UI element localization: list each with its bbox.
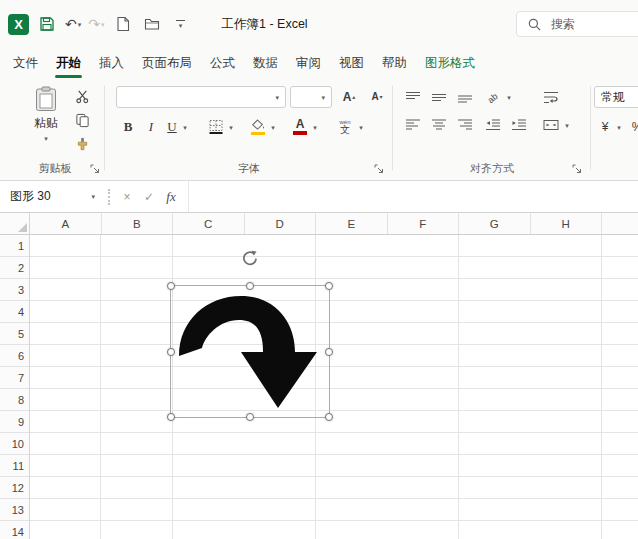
copy-button[interactable] [72, 110, 92, 130]
grow-font-button[interactable]: A▴ [336, 86, 362, 108]
align-left-button[interactable] [402, 114, 424, 136]
enter-icon[interactable]: ✓ [138, 190, 160, 204]
accounting-chevron-icon[interactable]: ▾ [614, 116, 624, 138]
cancel-icon[interactable]: × [116, 190, 138, 204]
tab-review[interactable]: 审阅 [287, 48, 330, 78]
align-middle-button[interactable] [428, 86, 450, 108]
increase-indent-button[interactable] [508, 114, 530, 136]
font-dialog-launcher-icon[interactable] [372, 162, 386, 176]
column-header-C[interactable]: C [173, 213, 245, 234]
column-header-E[interactable]: E [316, 213, 388, 234]
formula-input[interactable] [188, 181, 638, 212]
merge-center-chevron-icon[interactable]: ▾ [562, 114, 572, 136]
orientation-button[interactable]: ab [482, 86, 504, 108]
row-header-2[interactable]: 2 [0, 257, 29, 279]
number-format-combo[interactable]: 常规 ▾ [594, 86, 638, 108]
bold-button[interactable]: B [118, 116, 138, 138]
row-header-5[interactable]: 5 [0, 323, 29, 345]
orientation-chevron-icon[interactable]: ▾ [504, 86, 514, 108]
undo-chevron-icon[interactable]: ▾ [78, 21, 82, 28]
row-header-6[interactable]: 6 [0, 345, 29, 367]
shape-handle-top-left[interactable] [167, 282, 175, 290]
underline-button[interactable]: U [164, 116, 180, 138]
curved-arrow-shape[interactable] [171, 286, 331, 419]
save-icon[interactable] [36, 13, 58, 35]
font-name-combo[interactable]: ▾ [116, 86, 286, 108]
paste-button[interactable]: 粘贴 ▾ [22, 86, 70, 152]
undo-button[interactable]: ↶ ▾ [65, 17, 81, 31]
tab-file[interactable]: 文件 [4, 48, 47, 78]
row-header-7[interactable]: 7 [0, 367, 29, 389]
clipboard-dialog-launcher-icon[interactable] [88, 162, 102, 176]
tab-help[interactable]: 帮助 [373, 48, 416, 78]
wrap-text-button[interactable] [540, 86, 562, 108]
shape-handle-bottom-left[interactable] [167, 413, 175, 421]
shape-handle-middle-right[interactable] [325, 348, 333, 356]
merge-center-button[interactable] [540, 114, 562, 136]
accounting-format-button[interactable]: ¥ [596, 116, 614, 138]
open-folder-icon[interactable] [141, 13, 163, 35]
tab-shape-format[interactable]: 图形格式 [416, 48, 484, 78]
underline-chevron-icon[interactable]: ▾ [180, 116, 190, 138]
new-file-icon[interactable] [112, 13, 134, 35]
insert-function-icon[interactable]: fx [160, 189, 182, 205]
shape-selection[interactable] [170, 285, 330, 418]
row-header-1[interactable]: 1 [0, 235, 29, 257]
rotate-handle-icon[interactable] [241, 250, 259, 268]
shape-handle-middle-left[interactable] [167, 348, 175, 356]
customize-qat-icon[interactable]: ▾ [170, 13, 192, 35]
row-header-8[interactable]: 8 [0, 389, 29, 411]
formula-bar-gripper[interactable] [108, 189, 110, 205]
column-header-H[interactable]: H [531, 213, 603, 234]
shape-handle-bottom-right[interactable] [325, 413, 333, 421]
row-header-11[interactable]: 11 [0, 455, 29, 477]
italic-button[interactable]: I [142, 116, 160, 138]
name-box[interactable]: 图形 30 ▾ [0, 181, 102, 212]
borders-button[interactable] [206, 116, 226, 138]
phonetic-guide-button[interactable]: wén 文 [334, 116, 356, 138]
row-header-14[interactable]: 14 [0, 521, 29, 539]
tab-view[interactable]: 视图 [330, 48, 373, 78]
alignment-dialog-launcher-icon[interactable] [570, 162, 584, 176]
row-header-3[interactable]: 3 [0, 279, 29, 301]
shape-handle-top-center[interactable] [246, 282, 254, 290]
shrink-font-button[interactable]: A▾ [364, 86, 390, 108]
format-painter-button[interactable] [72, 134, 92, 154]
font-color-button[interactable]: A [290, 116, 310, 138]
column-header-B[interactable]: B [102, 213, 174, 234]
row-header-9[interactable]: 9 [0, 411, 29, 433]
tab-data[interactable]: 数据 [244, 48, 287, 78]
shape-handle-bottom-center[interactable] [246, 413, 254, 421]
row-header-4[interactable]: 4 [0, 301, 29, 323]
row-header-12[interactable]: 12 [0, 477, 29, 499]
column-header-G[interactable]: G [459, 213, 531, 234]
borders-chevron-icon[interactable]: ▾ [226, 116, 236, 138]
column-header-A[interactable]: A [30, 213, 102, 234]
row-header-10[interactable]: 10 [0, 433, 29, 455]
tab-formulas[interactable]: 公式 [201, 48, 244, 78]
tab-page-layout[interactable]: 页面布局 [133, 48, 201, 78]
align-bottom-button[interactable] [454, 86, 476, 108]
grid-cells[interactable] [30, 235, 638, 539]
shape-handle-top-right[interactable] [325, 282, 333, 290]
redo-button[interactable]: ↷ ▾ [88, 17, 104, 31]
align-right-button[interactable] [454, 114, 476, 136]
row-header-13[interactable]: 13 [0, 499, 29, 521]
fill-color-button[interactable] [248, 116, 268, 138]
percent-style-button[interactable]: % [628, 116, 638, 138]
decrease-indent-button[interactable] [482, 114, 504, 136]
column-header-D[interactable]: D [245, 213, 317, 234]
fill-color-chevron-icon[interactable]: ▾ [268, 116, 278, 138]
align-center-button[interactable] [428, 114, 450, 136]
search-box[interactable]: 搜索 [516, 11, 638, 37]
select-all-button[interactable] [0, 213, 30, 235]
tab-home[interactable]: 开始 [47, 48, 90, 78]
cut-button[interactable] [72, 86, 92, 106]
excel-app-icon[interactable]: X [8, 14, 29, 35]
column-header-F[interactable]: F [388, 213, 460, 234]
align-top-button[interactable] [402, 86, 424, 108]
font-color-chevron-icon[interactable]: ▾ [310, 116, 320, 138]
phonetic-chevron-icon[interactable]: ▾ [356, 116, 366, 138]
font-size-combo[interactable]: ▾ [290, 86, 332, 108]
tab-insert[interactable]: 插入 [90, 48, 133, 78]
